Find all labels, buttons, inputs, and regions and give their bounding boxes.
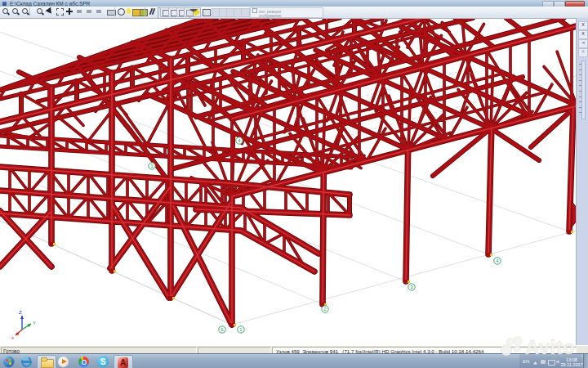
svg-text:Y: Y <box>33 321 36 325</box>
svg-text:x: x <box>11 335 14 340</box>
svg-text:Z: Z <box>19 310 22 315</box>
svg-text:Avito: Avito <box>525 336 575 357</box>
